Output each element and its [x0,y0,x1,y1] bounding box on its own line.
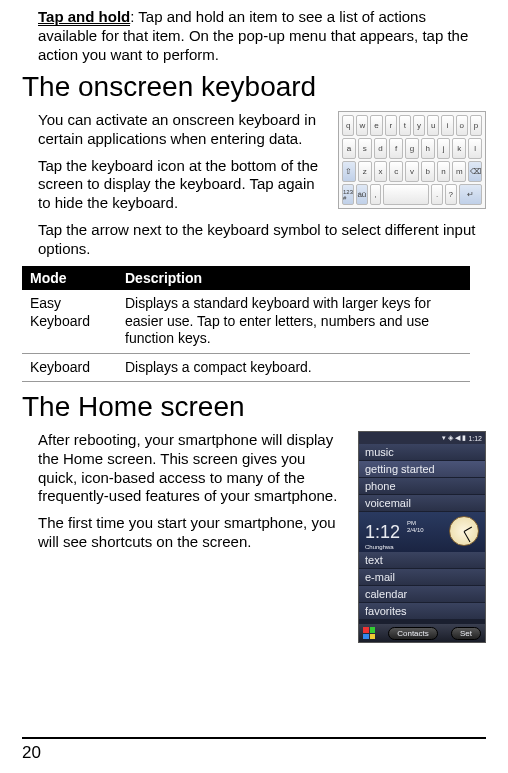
kbd-key-backspace: ⌫ [468,161,482,182]
status-time: 1:12 [468,435,482,442]
kbd-key: a [342,138,356,159]
kbd-key: z [358,161,372,182]
kbd-key-sym: 123 # [342,184,354,205]
kbd-key: m [452,161,466,182]
kbd-key: i [441,115,453,136]
kbd-key: f [389,138,403,159]
table-row: Keyboard Displays a compact keyboard. [22,353,470,382]
windows-icon [363,627,375,639]
phone-clock-date: 2/4/10 [407,527,424,533]
phone-clock-sub: PM 2/4/10 [407,520,424,533]
kbd-key: y [413,115,425,136]
page-number: 20 [22,743,41,763]
battery-icon: ▮ [462,434,466,442]
phone-item: text [359,552,485,569]
keyboard-figure: q w e r t y u i o p a s d f g h j k l ⇧ … [338,111,486,209]
kbd-row: q w e r t y u i o p [342,115,482,136]
phone-clock-time: 1:12 [365,522,400,543]
phone-item: voicemail [359,495,485,512]
phone-item: favorites [359,603,485,620]
kbd-key-accent: áü [356,184,368,205]
mode-cell-desc: Displays a standard keyboard with larger… [117,290,470,353]
phone-carrier: Chunghwa [365,544,394,550]
kbd-key: j [437,138,451,159]
taphold-paragraph: Tap and hold: Tap and hold an item to se… [38,8,486,64]
network-icon: ◈ [448,434,453,442]
kbd-key: x [374,161,388,182]
mode-cell-desc: Displays a compact keyboard. [117,353,470,382]
table-row: Easy Keyboard Displays a standard keyboa… [22,290,470,353]
kbd-key: c [389,161,403,182]
home-section-text: After rebooting, your smartphone will di… [38,431,346,560]
kbd-key: t [399,115,411,136]
kbd-key: q [342,115,354,136]
heading-home-screen: The Home screen [22,392,486,423]
kbd-key: n [437,161,451,182]
phone-figure: ▾ ◈ ◀ ▮ 1:12 music getting started phone… [358,431,486,643]
mode-cell-mode: Easy Keyboard [22,290,117,353]
kbd-p3: Tap the arrow next to the keyboard symbo… [38,221,486,259]
kbd-key: h [421,138,435,159]
mode-header-mode: Mode [22,266,117,290]
kbd-key: s [358,138,372,159]
kbd-row: 123 # áü , . ? ↵ [342,184,482,205]
kbd-key: o [456,115,468,136]
kbd-key: g [405,138,419,159]
phone-clock-ampm: PM [407,520,416,526]
phone-clock-band: 1:12 PM 2/4/10 Chunghwa [359,512,485,552]
phone-item: getting started [359,461,485,478]
phone-list-bottom: text e-mail calendar favorites [359,552,485,620]
kbd-key: k [452,138,466,159]
mode-header-desc: Description [117,266,470,290]
phone-item: music [359,444,485,461]
phone-list-top: music getting started phone voicemail [359,444,485,512]
kbd-key: , [370,184,382,205]
volume-icon: ◀ [455,434,460,442]
kbd-key-enter: ↵ [459,184,482,205]
softkey-set: Set [451,627,481,640]
kbd-key: u [427,115,439,136]
kbd-row: ⇧ z x c v b n m ⌫ [342,161,482,182]
kbd-key: ? [445,184,457,205]
kbd-key: e [370,115,382,136]
kbd-key: . [431,184,443,205]
kbd-key: v [405,161,419,182]
kbd-key: l [468,138,482,159]
kbd-key-space [383,184,429,205]
phone-item: e-mail [359,569,485,586]
taphold-lead: Tap and hold [38,8,130,26]
kbd-key: r [385,115,397,136]
kbd-key: b [421,161,435,182]
heading-onscreen-keyboard: The onscreen keyboard [22,72,486,103]
kbd-key: d [374,138,388,159]
kbd-p1: You can activate an onscreen keyboard in… [38,111,328,149]
kbd-key: w [356,115,368,136]
keyboard-section-text: You can activate an onscreen keyboard in… [38,111,328,221]
softkey-contacts: Contacts [388,627,438,640]
home-p2: The first time you start your smartphone… [38,514,346,552]
phone-softkey-bar: Contacts Set [359,624,485,642]
kbd-row: a s d f g h j k l [342,138,482,159]
clock-icon [449,516,479,546]
mode-table: Mode Description Easy Keyboard Displays … [22,266,470,382]
footer-rule [22,737,486,739]
kbd-p2: Tap the keyboard icon at the bottom of t… [38,157,328,213]
home-section-row: After rebooting, your smartphone will di… [38,431,486,643]
kbd-key-shift: ⇧ [342,161,356,182]
mode-cell-mode: Keyboard [22,353,117,382]
signal-icon: ▾ [442,434,446,442]
home-p1: After rebooting, your smartphone will di… [38,431,346,506]
phone-item: phone [359,478,485,495]
phone-item: calendar [359,586,485,603]
kbd-key: p [470,115,482,136]
phone-statusbar: ▾ ◈ ◀ ▮ 1:12 [359,432,485,444]
keyboard-section-row: You can activate an onscreen keyboard in… [38,111,486,221]
